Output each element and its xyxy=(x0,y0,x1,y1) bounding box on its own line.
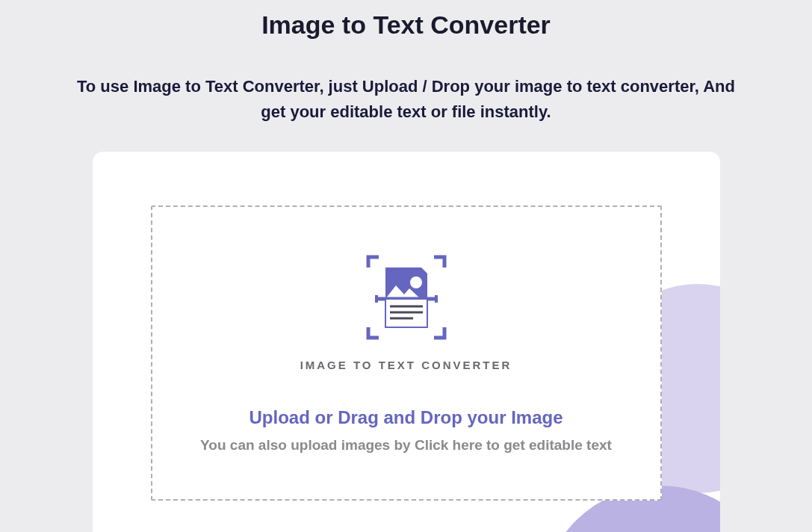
page-title: Image to Text Converter xyxy=(0,0,812,47)
dropzone-heading: Upload or Drag and Drop your Image xyxy=(249,407,562,428)
dropzone-subtext: You can also upload images by Click here… xyxy=(200,437,612,454)
dropzone-icon-caption: IMAGE TO TEXT CONVERTER xyxy=(300,359,512,371)
svg-point-0 xyxy=(410,276,422,288)
upload-dropzone[interactable]: IMAGE TO TEXT CONVERTER Upload or Drag a… xyxy=(151,205,662,501)
page-description: To use Image to Text Converter, just Upl… xyxy=(48,74,765,125)
upload-card: IMAGE TO TEXT CONVERTER Upload or Drag a… xyxy=(93,152,720,532)
image-scan-icon xyxy=(362,253,450,342)
